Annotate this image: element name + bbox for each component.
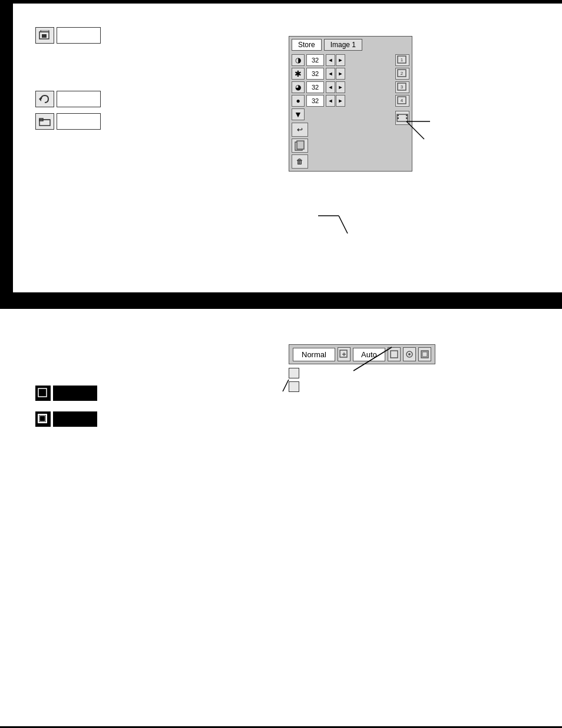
- normal-button[interactable]: Normal: [293, 348, 335, 361]
- svg-rect-33: [422, 352, 427, 357]
- undo-icon: [35, 91, 54, 107]
- svg-text:2: 2: [401, 71, 404, 76]
- copy-icon-btn[interactable]: [292, 139, 308, 153]
- panel-down-row: ▼: [292, 108, 389, 120]
- svg-rect-18: [397, 114, 399, 116]
- svg-line-24: [339, 216, 348, 233]
- store-button[interactable]: Store: [292, 39, 322, 51]
- svg-rect-20: [406, 114, 408, 116]
- bottom-icon-2: [35, 411, 51, 427]
- brightness-left[interactable]: ◄: [326, 68, 335, 80]
- top-section: Store Image 1 ◑ 32 ◄ ► ✱ 32: [0, 4, 562, 292]
- svg-rect-38: [39, 416, 45, 421]
- square-icon[interactable]: [388, 347, 401, 361]
- svg-rect-36: [38, 388, 47, 397]
- color-arrows: ◄ ►: [326, 81, 345, 93]
- panel-row-4: ● 32 ◄ ►: [292, 95, 389, 107]
- open-icon: [35, 113, 54, 130]
- store-image-button[interactable]: [35, 27, 101, 44]
- svg-marker-1: [41, 30, 49, 32]
- svg-rect-8: [297, 141, 304, 149]
- top-left-accent: [0, 4, 13, 292]
- bottom-item-2: [35, 411, 97, 427]
- panel-right-buttons: 1 2 3: [395, 54, 409, 169]
- circle-icon[interactable]: [403, 347, 416, 361]
- frame-icon[interactable]: [418, 347, 431, 361]
- panel-row-1: ◑ 32 ◄ ►: [292, 54, 389, 66]
- image-slot-1[interactable]: 1: [395, 54, 409, 66]
- checkbox-item-1: [289, 368, 299, 378]
- svg-rect-21: [406, 117, 408, 119]
- undo-icon-btn[interactable]: ↩: [292, 123, 308, 137]
- color-right[interactable]: ►: [336, 81, 345, 93]
- image1-button[interactable]: Image 1: [324, 39, 362, 51]
- brightness-right[interactable]: ►: [336, 68, 345, 80]
- sharp-arrows: ◄ ►: [326, 95, 345, 107]
- down-arrow-icon[interactable]: ▼: [292, 108, 305, 120]
- delete-icon-btn[interactable]: 🗑: [292, 154, 308, 169]
- checkbox-list: [289, 368, 299, 392]
- store-icon: [35, 27, 54, 44]
- undo-label: [57, 91, 101, 107]
- svg-point-31: [408, 353, 411, 355]
- color-icon: ◕: [292, 81, 305, 93]
- panel-row-3: ◕ 32 ◄ ►: [292, 81, 389, 93]
- sharp-value: 32: [306, 95, 324, 107]
- panel-row-2: ✱ 32 ◄ ►: [292, 68, 389, 80]
- brightness-arrows: ◄ ►: [326, 68, 345, 80]
- svg-marker-3: [39, 97, 41, 101]
- contrast-left[interactable]: ◄: [326, 54, 335, 66]
- bottom-section: Normal Auto: [0, 309, 562, 722]
- image-slot-2[interactable]: 2: [395, 68, 409, 80]
- image-slot-3[interactable]: 3: [395, 81, 409, 93]
- checkbox-item-2: [289, 381, 299, 392]
- svg-text:4: 4: [401, 98, 404, 103]
- open-button[interactable]: [35, 113, 101, 130]
- color-value: 32: [306, 81, 324, 93]
- contrast-icon: ◑: [292, 54, 305, 66]
- undo-button[interactable]: [35, 91, 101, 107]
- auto-button[interactable]: Auto: [353, 348, 385, 361]
- bottom-icon-1: [35, 386, 51, 401]
- contrast-arrows: ◄ ►: [326, 54, 345, 66]
- section-divider: [0, 292, 562, 309]
- bottom-label-1: [53, 386, 97, 401]
- store-label: [57, 27, 101, 44]
- svg-rect-29: [391, 351, 398, 358]
- brightness-value: 32: [306, 68, 324, 80]
- open-label: [57, 113, 101, 130]
- bottom-left-items: [35, 386, 97, 437]
- checkbox-1[interactable]: [289, 368, 299, 378]
- normal-panel: Normal Auto: [289, 344, 435, 364]
- color-left[interactable]: ◄: [326, 81, 335, 93]
- svg-text:1: 1: [401, 57, 404, 62]
- image-slot-4[interactable]: 4: [395, 95, 409, 107]
- svg-text:3: 3: [401, 84, 404, 90]
- bottom-item-1: [35, 386, 97, 401]
- checkbox-2[interactable]: [289, 381, 299, 392]
- contrast-right[interactable]: ►: [336, 54, 345, 66]
- brightness-icon: ✱: [292, 68, 305, 80]
- sharp-left[interactable]: ◄: [326, 95, 335, 107]
- filmstrip-icon[interactable]: [395, 111, 409, 125]
- svg-rect-26: [340, 350, 347, 357]
- sharp-right[interactable]: ►: [336, 95, 345, 107]
- svg-rect-2: [42, 34, 47, 38]
- panel-header: Store Image 1: [292, 39, 409, 51]
- contrast-value: 32: [306, 54, 324, 66]
- svg-rect-19: [397, 117, 399, 119]
- panel-bottom-buttons: ↩ 🗑: [292, 123, 389, 169]
- bottom-label-2: [53, 411, 97, 427]
- top-button-group: [35, 27, 101, 136]
- expand-icon[interactable]: [338, 347, 351, 361]
- image-adjustment-panel: Store Image 1 ◑ 32 ◄ ► ✱ 32: [289, 36, 412, 172]
- sharp-icon: ●: [292, 95, 305, 107]
- svg-line-35: [283, 380, 289, 391]
